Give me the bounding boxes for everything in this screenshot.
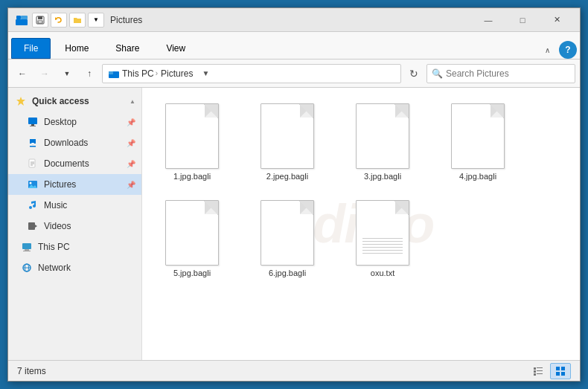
recent-locations-button[interactable]: ▼ bbox=[57, 64, 77, 83]
file-name-4: 4.jpg.bagli bbox=[459, 172, 496, 181]
file-cut-5 bbox=[205, 201, 218, 214]
network-label: Network bbox=[38, 263, 135, 273]
forward-button[interactable]: → bbox=[35, 64, 54, 83]
ribbon-expand-button[interactable]: ∧ bbox=[538, 41, 556, 59]
quickaccess-icon bbox=[14, 94, 28, 108]
svg-rect-32 bbox=[537, 367, 543, 368]
svg-rect-27 bbox=[23, 251, 31, 251]
status-count: 7 items bbox=[17, 366, 528, 376]
minimize-button[interactable]: — bbox=[471, 8, 505, 32]
maximize-button[interactable]: □ bbox=[505, 8, 540, 32]
address-path[interactable]: This PC › Pictures ▼ bbox=[102, 64, 401, 83]
path-thispc[interactable]: This PC › bbox=[122, 68, 158, 79]
files-grid: 1.jpg.bagli 2.jpeg.bagli bbox=[151, 97, 571, 284]
back-button[interactable]: ← bbox=[13, 64, 32, 83]
svg-marker-13 bbox=[31, 143, 34, 145]
sidebar-item-documents[interactable]: Documents 📌 bbox=[8, 153, 141, 174]
file-text-lines bbox=[362, 238, 403, 256]
sidebar-item-network[interactable]: Network bbox=[8, 257, 141, 278]
svg-rect-40 bbox=[561, 372, 565, 376]
file-icon-1 bbox=[165, 103, 219, 169]
file-area: disto 1.jpg.bagli bbox=[142, 88, 580, 360]
svg-rect-0 bbox=[16, 16, 21, 19]
help-button[interactable]: ? bbox=[559, 41, 577, 59]
svg-rect-10 bbox=[28, 118, 37, 124]
sidebar-item-pictures[interactable]: Pictures 📌 bbox=[8, 174, 141, 195]
sidebar-item-desktop[interactable]: Desktop 📌 bbox=[8, 112, 141, 132]
svg-rect-33 bbox=[534, 370, 536, 373]
desktop-pin-icon: 📌 bbox=[127, 118, 135, 126]
file-cut-3 bbox=[395, 104, 409, 118]
svg-marker-24 bbox=[35, 225, 37, 228]
list-view-button[interactable] bbox=[528, 363, 549, 379]
file-item-7[interactable]: oxu.txt bbox=[342, 193, 424, 284]
qs-dropdown-btn[interactable]: ▼ bbox=[88, 13, 104, 28]
list-view-icon bbox=[533, 366, 543, 376]
window-title: Pictures bbox=[110, 15, 471, 25]
file-page-4 bbox=[451, 103, 505, 169]
path-pictures[interactable]: Pictures bbox=[161, 68, 193, 79]
network-icon bbox=[20, 261, 33, 274]
file-name-5: 5.jpg.bagli bbox=[173, 269, 211, 277]
svg-rect-36 bbox=[537, 373, 543, 374]
sidebar-item-music[interactable]: Music bbox=[8, 195, 141, 216]
large-icons-view-icon bbox=[555, 366, 566, 376]
file-item-3[interactable]: 3.jpg.bagli bbox=[342, 97, 424, 187]
search-input[interactable] bbox=[446, 68, 570, 79]
videos-label: Videos bbox=[44, 221, 135, 231]
file-page-1 bbox=[165, 103, 219, 169]
file-icon-5 bbox=[165, 200, 219, 266]
svg-marker-9 bbox=[16, 97, 25, 106]
tab-share[interactable]: Share bbox=[103, 38, 152, 59]
search-box[interactable]: 🔍 bbox=[426, 64, 575, 83]
qs-undo-btn[interactable] bbox=[51, 13, 67, 28]
downloads-icon bbox=[26, 136, 39, 150]
svg-rect-2 bbox=[21, 16, 28, 19]
tab-file[interactable]: File bbox=[11, 38, 51, 59]
close-button[interactable]: ✕ bbox=[540, 8, 574, 32]
file-name-3: 3.jpg.bagli bbox=[364, 172, 401, 181]
desktop-icon bbox=[26, 115, 39, 129]
tab-home[interactable]: Home bbox=[52, 38, 101, 59]
file-item-6[interactable]: 6.jpg.bagli bbox=[246, 193, 328, 284]
desktop-label: Desktop bbox=[44, 117, 122, 127]
search-icon: 🔍 bbox=[432, 68, 443, 79]
quickaccess-label: Quick access bbox=[32, 96, 125, 106]
main-content: Quick access ▲ Desktop 📌 bbox=[8, 88, 580, 360]
file-page-2 bbox=[261, 103, 314, 169]
file-page-3 bbox=[356, 103, 409, 169]
file-name-1: 1.jpg.bagli bbox=[173, 172, 211, 181]
svg-rect-4 bbox=[38, 16, 42, 19]
sidebar-item-thispc[interactable]: This PC bbox=[8, 237, 141, 257]
sidebar-item-quickaccess[interactable]: Quick access ▲ bbox=[8, 91, 141, 112]
large-icons-view-button[interactable] bbox=[550, 363, 571, 379]
file-line-6 bbox=[362, 253, 403, 254]
ribbon-tabs: File Home Share View ∧ ? bbox=[8, 32, 580, 59]
file-item-4[interactable]: 4.jpg.bagli bbox=[437, 97, 519, 187]
svg-rect-38 bbox=[561, 367, 565, 370]
file-name-7: oxu.txt bbox=[371, 269, 394, 277]
file-icon-7 bbox=[356, 200, 409, 266]
file-line-4 bbox=[362, 247, 403, 248]
file-item-1[interactable]: 1.jpg.bagli bbox=[151, 97, 233, 187]
file-item-2[interactable]: 2.jpeg.bagli bbox=[246, 97, 328, 187]
refresh-button[interactable]: ↻ bbox=[404, 64, 424, 83]
address-dropdown-button[interactable]: ▼ bbox=[196, 64, 215, 83]
file-line-2 bbox=[362, 241, 403, 242]
up-button[interactable]: ↑ bbox=[80, 64, 99, 83]
file-name-6: 6.jpg.bagli bbox=[269, 269, 306, 277]
tab-view[interactable]: View bbox=[153, 38, 198, 59]
file-line-5 bbox=[362, 250, 403, 251]
file-item-5[interactable]: 5.jpg.bagli bbox=[151, 193, 233, 284]
pictures-label: Pictures bbox=[44, 179, 122, 190]
sidebar-item-videos[interactable]: Videos bbox=[8, 216, 141, 237]
path-pictures-label: Pictures bbox=[161, 68, 193, 79]
status-bar: 7 items bbox=[8, 360, 580, 381]
file-page-5 bbox=[165, 200, 219, 266]
qs-save-btn[interactable] bbox=[32, 13, 48, 28]
quickaccess-chevron: ▲ bbox=[130, 98, 135, 105]
file-icon-6 bbox=[261, 200, 314, 266]
path-thispc-label: This PC bbox=[122, 68, 154, 79]
sidebar-item-downloads[interactable]: Downloads 📌 bbox=[8, 132, 141, 153]
qs-folder-btn[interactable] bbox=[69, 13, 86, 28]
